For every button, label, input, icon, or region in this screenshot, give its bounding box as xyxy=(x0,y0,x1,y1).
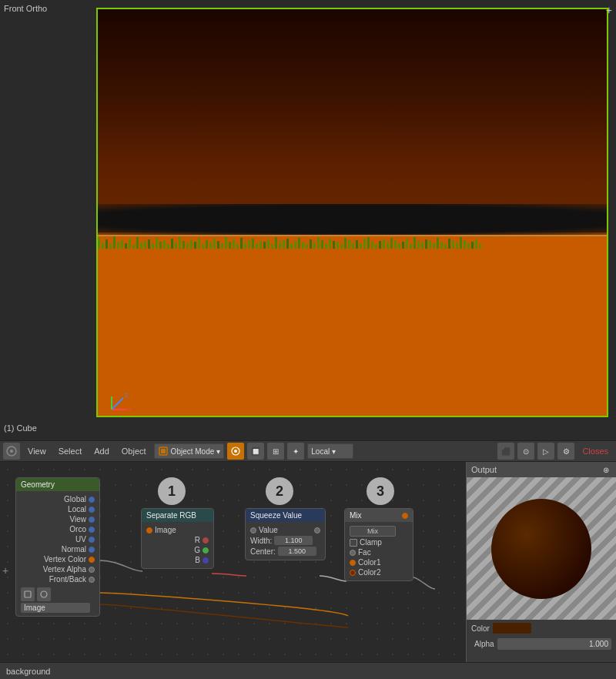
socket-local xyxy=(89,507,95,513)
squeeze-center-row: Center: 1.500 xyxy=(250,546,320,557)
svg-rect-8 xyxy=(161,449,166,453)
geometry-icons-row xyxy=(21,587,95,601)
mix-color1-row: Color1 xyxy=(350,557,408,567)
sep-rgb-b-row: B xyxy=(146,555,209,565)
terrain-layer xyxy=(98,204,607,250)
output-panel-pin[interactable]: ⊛ xyxy=(601,464,611,475)
view-menu[interactable]: View xyxy=(23,445,51,457)
mix-color2-row: Color2 xyxy=(350,567,408,577)
socket-squeeze-in xyxy=(250,527,256,534)
output-alpha-row: Alpha 1.000 xyxy=(467,637,616,651)
squeeze-value-node: Squeeze Value Value Width: 1.100 Center:… xyxy=(245,508,326,560)
geo-icon2[interactable] xyxy=(37,587,51,601)
socket-normal xyxy=(89,547,95,553)
axes-indicator: Z X xyxy=(108,390,131,413)
node-editor-add-plus[interactable]: + xyxy=(2,564,8,577)
socket-sep-r xyxy=(203,537,209,544)
object-menu[interactable]: Object xyxy=(117,445,151,457)
output-color-swatch[interactable] xyxy=(493,623,531,634)
geometry-vertcol-row: Vertex Color xyxy=(21,554,95,564)
output-panel-header: Output ⊛ xyxy=(467,462,616,477)
select-menu[interactable]: Select xyxy=(54,445,87,457)
sky-background xyxy=(98,9,607,232)
render-icon[interactable] xyxy=(227,443,244,460)
socket-mix-fac xyxy=(350,550,356,556)
svg-point-10 xyxy=(234,450,237,453)
socket-mix-color2 xyxy=(350,570,356,576)
mix-node-header: Mix xyxy=(345,509,413,522)
socket-sep-image-in xyxy=(146,527,152,534)
geometry-orco-row: Orco xyxy=(21,524,95,534)
snap-icon[interactable]: ✦ xyxy=(287,443,304,460)
mix-clamp-checkbox[interactable] xyxy=(350,539,357,547)
geo-image-field-row: Image xyxy=(21,603,95,613)
svg-text:X: X xyxy=(128,406,131,412)
geo-image-field[interactable]: Image xyxy=(21,603,90,613)
socket-frontback xyxy=(89,577,95,583)
viewport: Z X Front Ortho (1) Cube + xyxy=(0,0,616,440)
output-color-row: Color xyxy=(467,620,616,637)
squeeze-value-header: Squeeze Value xyxy=(246,509,325,522)
overlay-icon[interactable]: ⊞ xyxy=(267,443,284,460)
mix-fac-row: Fac xyxy=(350,547,408,557)
output-alpha-field[interactable]: 1.000 xyxy=(497,638,611,650)
circle-number-2: 2 xyxy=(266,477,293,505)
geometry-local-row: Local xyxy=(21,504,95,514)
squeeze-value-body: Value Width: 1.100 Center: 1.500 xyxy=(246,522,325,560)
mix-mode-dropdown[interactable]: Mix xyxy=(350,526,396,537)
socket-sep-b xyxy=(203,557,209,564)
svg-line-0 xyxy=(112,398,123,410)
terrain-rocks xyxy=(98,204,607,235)
svg-text:Z: Z xyxy=(125,393,129,398)
viewport-label: Front Ortho xyxy=(4,4,47,13)
squeeze-width-field[interactable]: 1.100 xyxy=(274,536,313,545)
render-btn[interactable]: ⬛ xyxy=(497,443,514,460)
socket-squeeze-out xyxy=(314,527,320,534)
mode-dropdown[interactable]: Object Mode ▾ xyxy=(154,443,225,459)
squeeze-center-field[interactable]: 1.500 xyxy=(278,547,316,556)
squeeze-value-in-row: Value xyxy=(250,525,320,535)
geometry-node-body: Global Local View Orco UV Normal xyxy=(16,491,99,616)
geometry-vertalpha-row: Vertex Alpha xyxy=(21,564,95,574)
sep-rgb-image-row: Image xyxy=(146,525,209,535)
separate-rgb-node: Separate RGB Image R G B xyxy=(141,508,214,569)
socket-vertalpha xyxy=(89,567,95,573)
separate-rgb-body: Image R G B xyxy=(142,522,213,568)
geo-icon1[interactable] xyxy=(21,587,35,601)
socket-uv xyxy=(89,537,95,543)
layer-dropdown[interactable]: Local ▾ xyxy=(307,443,353,459)
socket-vertcol xyxy=(89,557,95,563)
grass-spikes xyxy=(98,233,607,249)
settings-icon[interactable]: ⚙ xyxy=(557,443,574,460)
info-icon[interactable]: ⊙ xyxy=(517,443,534,460)
socket-global xyxy=(89,497,95,503)
geometry-view-row: View xyxy=(21,514,95,524)
toolbar: View Select Add Object Object Mode ▾ 🔲 ⊞… xyxy=(0,440,616,462)
geometry-node: Geometry Global Local View Orco UV xyxy=(15,477,100,617)
geometry-normal-row: Normal xyxy=(21,544,95,554)
svg-point-12 xyxy=(41,591,47,597)
geometry-uv-row: UV xyxy=(21,534,95,544)
viewport-corner-plus[interactable]: + xyxy=(606,4,612,16)
blender-icon[interactable] xyxy=(3,443,20,460)
geometry-node-header: Geometry xyxy=(16,478,99,491)
status-bar-label: background xyxy=(6,667,51,676)
socket-mix-color-out xyxy=(402,513,408,519)
add-menu[interactable]: Add xyxy=(89,445,114,457)
mix-mode-row: Mix xyxy=(350,525,408,537)
anim-icon[interactable]: ▷ xyxy=(537,443,554,460)
viewport-inner xyxy=(96,8,608,417)
circle-number-3: 3 xyxy=(367,477,394,505)
output-panel: Output ⊛ Color Alpha 1.000 xyxy=(466,462,616,679)
mix-node: Mix Mix Clamp Fac Color1 Color2 xyxy=(344,508,413,581)
socket-sep-g xyxy=(203,547,209,554)
svg-rect-11 xyxy=(25,591,31,597)
close-btn[interactable]: Closes xyxy=(578,445,613,457)
view3d-icon[interactable]: 🔲 xyxy=(247,443,264,460)
output-preview xyxy=(467,477,616,620)
cube-label: (1) Cube xyxy=(4,423,37,433)
geometry-frontback-row: Front/Back xyxy=(21,574,95,584)
mix-node-body: Mix Clamp Fac Color1 Color2 xyxy=(345,522,413,580)
ground-background xyxy=(98,232,607,416)
squeeze-width-row: Width: 1.100 xyxy=(250,535,320,546)
